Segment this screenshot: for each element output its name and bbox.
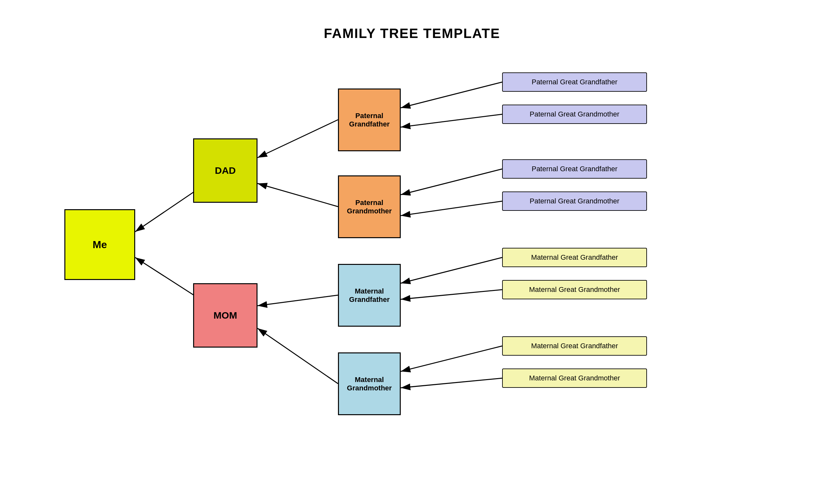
svg-line-12 [401, 290, 502, 299]
svg-line-8 [401, 114, 502, 127]
paternal-grandfather-label: Paternal Grandfather [349, 112, 390, 128]
gg-pat-gm-2[interactable]: Paternal Great Grandmother [502, 192, 647, 211]
gg-mat-gf-1-label: Maternal Great Grandfather [531, 253, 618, 262]
gg-pat-gf-1[interactable]: Paternal Great Grandfather [502, 73, 647, 92]
gg-pat-gm-1-label: Paternal Great Grandfather [532, 165, 618, 173]
gg-pat-gf-2[interactable]: Paternal Great Grandmother [502, 105, 647, 124]
gg-mat-gf-1[interactable]: Maternal Great Grandfather [502, 248, 647, 267]
svg-line-6 [258, 328, 338, 384]
maternal-grandfather-label: Maternal Grandfather [349, 287, 390, 304]
gg-mat-gf-2-label: Maternal Great Grandmother [529, 286, 620, 294]
svg-line-13 [401, 346, 502, 372]
svg-line-11 [401, 258, 502, 283]
maternal-grandfather-node[interactable]: Maternal Grandfather [338, 264, 401, 327]
dad-node[interactable]: DAD [193, 138, 258, 203]
me-label: Me [93, 239, 107, 251]
gg-mat-gm-2-label: Maternal Great Grandmother [529, 374, 620, 382]
mom-node[interactable]: MOM [193, 283, 258, 347]
dad-label: DAD [215, 165, 236, 176]
svg-line-3 [258, 120, 338, 158]
svg-line-5 [258, 295, 338, 306]
tree-container: Me DAD MOM Paternal Grandfather Paternal… [0, 52, 824, 502]
svg-line-14 [401, 378, 502, 388]
gg-pat-gm-2-label: Paternal Great Grandmother [530, 197, 620, 205]
paternal-grandmother-node[interactable]: Paternal Grandmother [338, 175, 401, 238]
maternal-grandmother-node[interactable]: Maternal Grandmother [338, 352, 401, 415]
gg-mat-gm-2[interactable]: Maternal Great Grandmother [502, 369, 647, 388]
me-node[interactable]: Me [64, 209, 135, 280]
maternal-grandmother-label: Maternal Grandmother [347, 376, 392, 392]
paternal-grandfather-node[interactable]: Paternal Grandfather [338, 89, 401, 151]
page-title: FAMILY TREE TEMPLATE [0, 0, 824, 41]
gg-pat-gf-2-label: Paternal Great Grandmother [530, 110, 620, 118]
gg-mat-gm-1-label: Maternal Great Grandfather [531, 342, 618, 350]
gg-pat-gm-1[interactable]: Paternal Great Grandfather [502, 159, 647, 179]
gg-pat-gf-1-label: Paternal Great Grandfather [532, 78, 618, 86]
svg-line-9 [401, 169, 502, 195]
gg-mat-gf-2[interactable]: Maternal Great Grandmother [502, 280, 647, 299]
gg-mat-gm-1[interactable]: Maternal Great Grandfather [502, 336, 647, 356]
svg-line-10 [401, 201, 502, 216]
mom-label: MOM [213, 310, 237, 321]
paternal-grandmother-label: Paternal Grandmother [347, 199, 392, 215]
svg-line-7 [401, 82, 502, 108]
svg-line-4 [258, 184, 338, 207]
